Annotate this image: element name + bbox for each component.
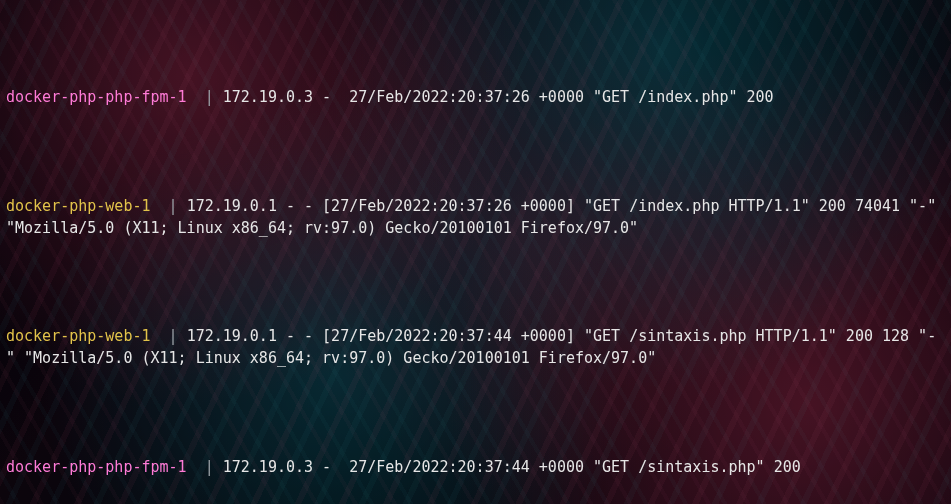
service-name-web: docker-php-web-1: [6, 327, 151, 345]
service-name-web: docker-php-web-1: [6, 197, 151, 215]
log-separator: |: [151, 327, 187, 345]
log-line: docker-php-php-fpm-1 | 172.19.0.3 - 27/F…: [6, 457, 945, 479]
service-name-fpm: docker-php-php-fpm-1: [6, 88, 187, 106]
log-line: docker-php-php-fpm-1 | 172.19.0.3 - 27/F…: [6, 87, 945, 109]
log-line: docker-php-web-1 | 172.19.0.1 - - [27/Fe…: [6, 196, 945, 240]
log-text: 172.19.0.3 - 27/Feb/2022:20:37:26 +0000 …: [223, 88, 774, 106]
log-separator: |: [187, 88, 223, 106]
terminal-output[interactable]: docker-php-php-fpm-1 | 172.19.0.3 - 27/F…: [0, 0, 951, 504]
log-line: docker-php-web-1 | 172.19.0.1 - - [27/Fe…: [6, 326, 945, 370]
log-separator: |: [151, 197, 187, 215]
service-name-fpm: docker-php-php-fpm-1: [6, 458, 187, 476]
log-separator: |: [187, 458, 223, 476]
log-text: 172.19.0.3 - 27/Feb/2022:20:37:44 +0000 …: [223, 458, 801, 476]
